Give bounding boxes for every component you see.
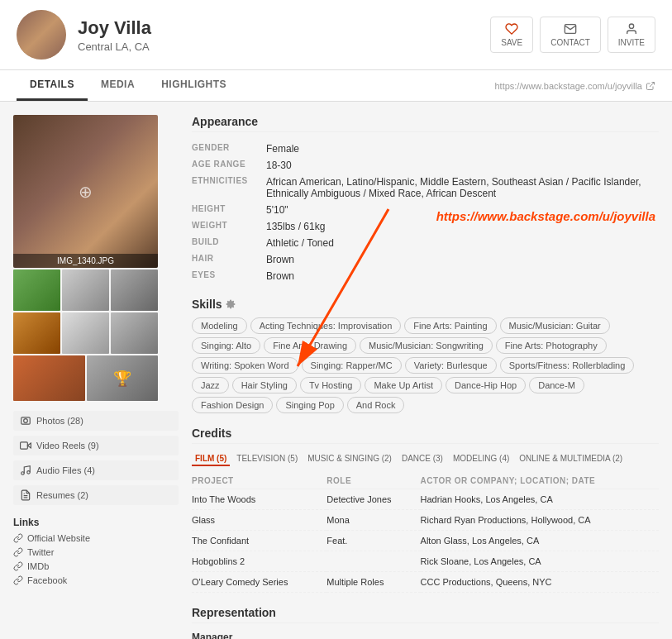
- representation-section: Representation Manager Rick Krusky Publi…: [192, 606, 659, 639]
- main-photo[interactable]: ⊕ IMG_1340.JPG: [13, 115, 158, 268]
- project-cell: The Confidant: [192, 531, 326, 551]
- skill-tag[interactable]: Make Up Artist: [365, 377, 442, 393]
- audio-files-label: Audio Files (4): [36, 465, 95, 475]
- skill-tag[interactable]: Fine Arts: Painting: [404, 317, 496, 334]
- video-reels-link[interactable]: Video Reels (9): [13, 436, 179, 455]
- skill-tag[interactable]: Singing Pop: [276, 397, 343, 413]
- skill-tag[interactable]: Sports/Fitness: Rollerblading: [500, 357, 635, 374]
- gender-label: GENDER: [192, 143, 266, 155]
- hair-label: HAIR: [192, 254, 266, 265]
- imdb-link[interactable]: IMDb: [13, 561, 179, 571]
- svg-marker-4: [27, 443, 31, 448]
- skill-tag[interactable]: Music/Musician: Songwriting: [360, 337, 493, 354]
- credit-tab-film[interactable]: FILM (5): [192, 452, 230, 466]
- twitter-link[interactable]: Twitter: [13, 547, 179, 557]
- appearance-eyes-row: EYES Brown: [192, 268, 659, 284]
- settings-icon: [226, 299, 236, 309]
- credit-tab-online[interactable]: ONLINE & MULTIMEDIA (2): [516, 452, 626, 466]
- appearance-weight-row: WEIGHT 135lbs / 61kg: [192, 218, 659, 235]
- tab-details[interactable]: DETAILS: [17, 70, 88, 101]
- right-panel: Appearance GENDER Female AGE RANGE 18-30…: [192, 115, 659, 639]
- skill-tag[interactable]: Fine Arts: Photography: [496, 337, 607, 354]
- contact-button[interactable]: CONTACT: [540, 17, 601, 53]
- skill-tag[interactable]: Hair Styling: [232, 377, 297, 393]
- ethnicity-label: ETHNICITIES: [192, 176, 266, 199]
- profile-name: Joy Villa: [78, 17, 151, 39]
- skill-tag[interactable]: Dance-Hip Hop: [446, 377, 526, 393]
- link-icon-2: [13, 547, 23, 557]
- audio-files-link[interactable]: Audio Files (4): [13, 460, 179, 480]
- skill-tag[interactable]: Writing: Spoken Word: [192, 357, 298, 374]
- skill-tag[interactable]: Acting Techniques: Improvisation: [250, 317, 402, 334]
- credit-tab-music[interactable]: MUSIC & SINGING (2): [304, 452, 395, 466]
- svg-line-1: [650, 82, 655, 87]
- table-row: The Confidant Feat. Alton Glass, Los Ang…: [192, 531, 659, 551]
- photo-thumb-6[interactable]: [111, 312, 158, 354]
- skill-tag[interactable]: Jazz: [192, 377, 229, 393]
- photo-thumb-2[interactable]: [62, 269, 109, 311]
- appearance-gender-row: GENDER Female: [192, 141, 659, 157]
- save-label: SAVE: [501, 38, 522, 47]
- representation-title: Representation: [192, 606, 659, 623]
- table-row: O'Leary Comedy Series Multiple Roles CCC…: [192, 572, 659, 593]
- height-label: HEIGHT: [192, 204, 266, 216]
- save-button[interactable]: SAVE: [490, 17, 533, 53]
- skill-tag[interactable]: And Rock: [347, 397, 405, 413]
- ethnicity-value: African American, Latino/Hispanic, Middl…: [266, 176, 659, 199]
- appearance-height-row: HEIGHT 5'10": [192, 202, 659, 218]
- photo-thumb-wide-2[interactable]: 🏆: [87, 355, 159, 401]
- skill-tag[interactable]: Fine Arts: Drawing: [264, 337, 356, 354]
- role-cell: Multiple Roles: [326, 572, 420, 593]
- resume-icon: [20, 489, 31, 501]
- svg-point-0: [629, 24, 633, 28]
- weight-label: WEIGHT: [192, 221, 266, 232]
- eyes-label: EYES: [192, 270, 266, 282]
- skill-tag[interactable]: Music/Musician: Guitar: [500, 317, 610, 334]
- skill-tag[interactable]: Tv Hosting: [300, 377, 362, 393]
- appearance-ethnicity-row: ETHNICITIES African American, Latino/His…: [192, 174, 659, 202]
- contact-label: CONTACT: [550, 38, 590, 47]
- photo-filename: IMG_1340.JPG: [13, 254, 158, 268]
- tab-media[interactable]: MEDIA: [88, 70, 148, 101]
- skill-tag[interactable]: Variety: Burlesque: [405, 357, 497, 374]
- skills-section: Skills Modeling Acting Techniques: Impro…: [192, 298, 659, 413]
- photo-thumb-4[interactable]: [13, 312, 60, 354]
- avatar: [17, 10, 66, 60]
- skill-tags: Modeling Acting Techniques: Improvisatio…: [192, 317, 659, 413]
- url-text: https://www.backstage.com/u/joyvilla: [494, 81, 642, 91]
- imdb-label: IMDb: [27, 561, 49, 571]
- mail-icon: [564, 22, 577, 36]
- resumes-link[interactable]: Resumes (2): [13, 485, 179, 505]
- photo-thumb-3[interactable]: [111, 269, 158, 311]
- skill-tag[interactable]: Fashion Design: [192, 397, 273, 413]
- appearance-hair-row: HAIR Brown: [192, 251, 659, 268]
- camera-icon: [20, 415, 31, 427]
- skill-tag[interactable]: Dance-M: [529, 377, 584, 393]
- photo-thumb-1[interactable]: [13, 269, 60, 311]
- facebook-link[interactable]: Facebook: [13, 575, 179, 585]
- appearance-build-row: BUILD Athletic / Toned: [192, 235, 659, 251]
- photos-label: Photos (28): [36, 416, 83, 426]
- table-row: Hobgoblins 2 Rick Sloane, Los Angeles, C…: [192, 551, 659, 572]
- skill-tag[interactable]: Singing: Alto: [192, 337, 260, 354]
- weight-value: 135lbs / 61kg: [266, 221, 659, 232]
- credit-tab-television[interactable]: TELEVISION (5): [233, 452, 301, 466]
- photo-thumb-wide-1[interactable]: [13, 355, 85, 401]
- photo-thumb-5[interactable]: [62, 312, 109, 354]
- svg-point-3: [24, 419, 28, 423]
- skill-tag[interactable]: Modeling: [192, 317, 247, 334]
- official-website-link[interactable]: Official Website: [13, 533, 179, 543]
- hair-value: Brown: [266, 254, 659, 265]
- table-row: Glass Mona Richard Ryan Productions, Hol…: [192, 510, 659, 531]
- credit-tab-dance[interactable]: DANCE (3): [398, 452, 446, 466]
- zoom-icon: ⊕: [79, 182, 93, 202]
- credit-tab-modeling[interactable]: MODELING (4): [450, 452, 512, 466]
- header-info: Joy Villa Central LA, CA: [78, 17, 151, 53]
- age-label: AGE RANGE: [192, 160, 266, 171]
- photos-link[interactable]: Photos (28): [13, 411, 179, 431]
- audio-icon: [20, 465, 31, 476]
- skill-tag[interactable]: Singing: Rapper/MC: [302, 357, 402, 374]
- skills-title: Skills: [192, 298, 222, 311]
- tab-highlights[interactable]: HIGHLIGHTS: [148, 70, 240, 101]
- invite-button[interactable]: INVITE: [608, 17, 655, 53]
